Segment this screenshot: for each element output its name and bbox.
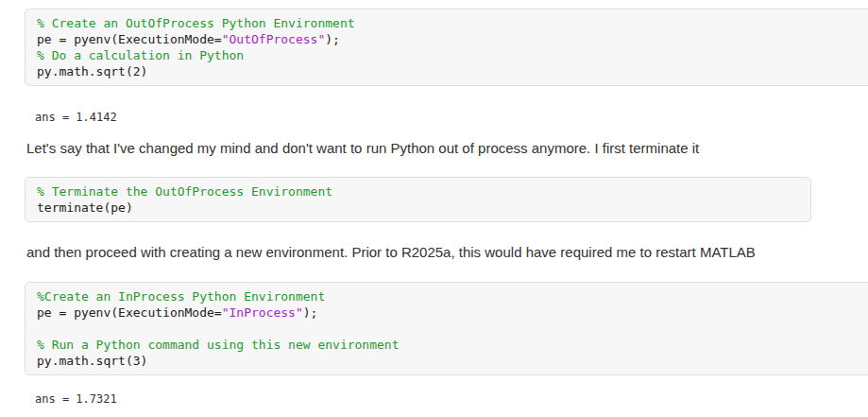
code-token-string: "InProcess"	[222, 305, 303, 320]
code-block-create-inprocess: %Create an InProcess Python Environmentp…	[25, 282, 868, 375]
code-line: % Create an OutOfProcess Python Environm…	[37, 15, 868, 31]
code-line: pe = pyenv(ExecutionMode="OutOfProcess")…	[37, 31, 868, 47]
code-token-comment: % Terminate the OutOfProcess Environment	[37, 184, 332, 199]
code-token-code: );	[325, 32, 340, 46]
code-output-sqrt3: ans = 1.7321	[35, 392, 868, 406]
code-token-code: terminate(pe)	[37, 200, 133, 215]
code-line: % Do a calculation in Python	[37, 47, 868, 63]
code-block-create-outofprocess: % Create an OutOfProcess Python Environm…	[25, 9, 868, 86]
code-token-code: py.math.sqrt(2)	[37, 64, 147, 78]
code-block-terminate: % Terminate the OutOfProcess Environment…	[25, 177, 811, 222]
live-script-document: % Create an OutOfProcess Python Environm…	[0, 9, 868, 406]
code-token-string: "OutOfProcess"	[222, 32, 326, 46]
code-line: py.math.sqrt(3)	[37, 353, 868, 369]
code-token-comment: % Run a Python command using this new en…	[37, 338, 400, 352]
code-line: %Create an InProcess Python Environment	[37, 288, 868, 304]
code-token-code: );	[303, 305, 318, 320]
code-token-comment: %Create an InProcess Python Environment	[37, 289, 325, 304]
code-line: py.math.sqrt(2)	[37, 63, 868, 79]
code-line	[37, 321, 868, 337]
code-line: terminate(pe)	[37, 200, 799, 216]
paragraph-new-environment: and then proceed with creating a new env…	[26, 244, 868, 261]
code-token-comment: % Create an OutOfProcess Python Environm…	[37, 16, 355, 30]
code-line: % Run a Python command using this new en…	[37, 337, 868, 353]
paragraph-terminate-intro: Let's say that I've changed my mind and …	[26, 140, 868, 157]
code-token-code: pe = pyenv(ExecutionMode=	[37, 305, 222, 320]
code-line: pe = pyenv(ExecutionMode="InProcess");	[37, 304, 868, 321]
code-line: % Terminate the OutOfProcess Environment	[37, 183, 799, 200]
code-token-code: py.math.sqrt(3)	[37, 354, 147, 368]
code-token-code: pe = pyenv(ExecutionMode=	[37, 32, 222, 46]
code-token-comment: % Do a calculation in Python	[37, 48, 244, 62]
code-output-sqrt2: ans = 1.4142	[35, 111, 868, 124]
